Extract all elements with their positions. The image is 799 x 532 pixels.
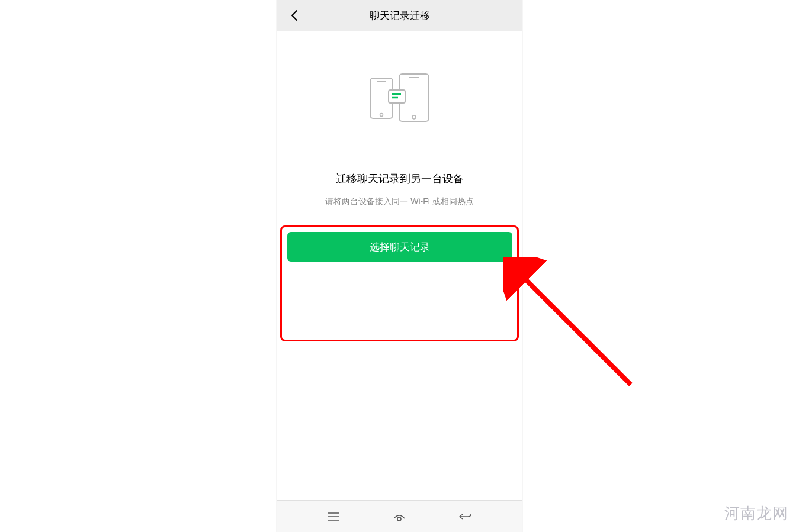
svg-rect-6: [389, 90, 405, 103]
watermark-text: 河南龙网: [724, 503, 788, 524]
nav-home-button[interactable]: [391, 508, 407, 525]
content-area: 迁移聊天记录到另一台设备 请将两台设备接入同一 Wi-Fi 或相同热点 选择聊天…: [277, 71, 522, 262]
page-title: 聊天记录迁移: [277, 9, 522, 22]
migrate-subtitle: 请将两台设备接入同一 Wi-Fi 或相同热点: [277, 196, 522, 207]
back-button[interactable]: [284, 5, 305, 26]
header-bar: 聊天记录迁移: [277, 0, 522, 31]
select-chat-records-button[interactable]: 选择聊天记录: [287, 232, 512, 262]
annotation-arrow: [503, 257, 640, 394]
nav-menu-button[interactable]: [325, 508, 342, 525]
chevron-left-icon: [291, 9, 298, 21]
home-icon: [392, 511, 406, 522]
svg-line-14: [520, 274, 631, 385]
migrate-title: 迁移聊天记录到另一台设备: [277, 172, 522, 186]
menu-icon: [327, 512, 340, 521]
back-icon: [458, 511, 473, 522]
nav-back-button[interactable]: [457, 508, 474, 525]
system-nav-bar: [277, 500, 522, 532]
svg-point-5: [412, 115, 416, 119]
svg-point-12: [397, 517, 401, 521]
svg-point-2: [380, 114, 383, 117]
migrate-illustration: [367, 71, 432, 124]
phone-screen: 聊天记录迁移 迁移聊天记录到另一台设备 请将两台设备接入同一 Wi-Fi 或相同…: [277, 0, 522, 532]
